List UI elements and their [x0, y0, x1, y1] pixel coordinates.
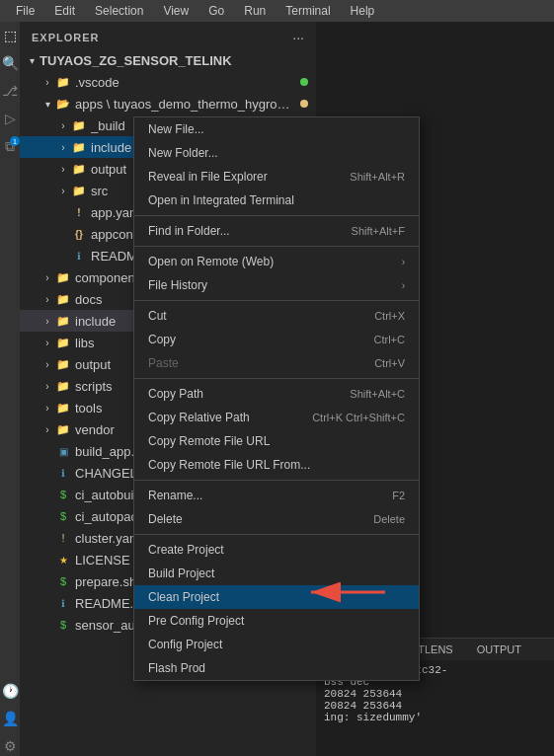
menu-sep-1: [134, 215, 419, 216]
menu-open-remote[interactable]: Open on Remote (Web) ›: [134, 250, 419, 273]
menu-copy[interactable]: Copy Ctrl+C: [134, 328, 419, 351]
menu-sep-3: [134, 300, 419, 301]
menu-reveal-explorer[interactable]: Reveal in File Explorer Shift+Alt+R: [134, 165, 419, 189]
menu-build-project[interactable]: Build Project: [134, 562, 419, 585]
menu-paste[interactable]: Paste Ctrl+V: [134, 351, 419, 375]
menu-find-folder[interactable]: Find in Folder... Shift+Alt+F: [134, 219, 419, 243]
menu-copy-rel-path[interactable]: Copy Relative Path Ctrl+K Ctrl+Shift+C: [134, 406, 419, 429]
menu-sep-6: [134, 534, 419, 535]
menu-pre-config[interactable]: Pre Config Project: [134, 609, 419, 633]
context-menu: New File... New Folder... Reveal in File…: [133, 116, 420, 681]
context-menu-overlay[interactable]: New File... New Folder... Reveal in File…: [0, 0, 554, 756]
menu-sep-5: [134, 480, 419, 481]
menu-copy-remote-url-from[interactable]: Copy Remote File URL From...: [134, 453, 419, 477]
menu-copy-remote-url[interactable]: Copy Remote File URL: [134, 429, 419, 453]
submenu-arrow-remote: ›: [402, 257, 405, 267]
menu-copy-path[interactable]: Copy Path Shift+Alt+C: [134, 382, 419, 406]
menu-cut[interactable]: Cut Ctrl+X: [134, 304, 419, 328]
menu-new-folder[interactable]: New Folder...: [134, 141, 419, 165]
menu-delete[interactable]: Delete Delete: [134, 507, 419, 531]
menu-config-project[interactable]: Config Project: [134, 633, 419, 656]
menu-sep-4: [134, 378, 419, 379]
menu-open-terminal[interactable]: Open in Integrated Terminal: [134, 189, 419, 212]
menu-flash-prod[interactable]: Flash Prod: [134, 656, 419, 680]
menu-sep-2: [134, 246, 419, 247]
menu-file-history[interactable]: File History ›: [134, 273, 419, 297]
menu-create-project[interactable]: Create Project: [134, 538, 419, 562]
menu-new-file[interactable]: New File...: [134, 117, 419, 141]
submenu-arrow-history: ›: [402, 280, 405, 291]
menu-rename[interactable]: Rename... F2: [134, 484, 419, 507]
menu-clean-project[interactable]: Clean Project: [134, 585, 419, 609]
